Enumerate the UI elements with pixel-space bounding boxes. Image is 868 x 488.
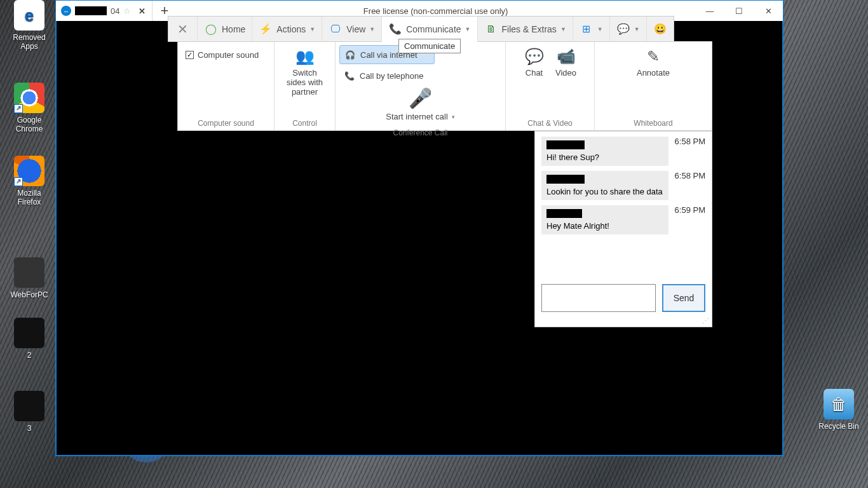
chevron-down-icon: ▼	[560, 26, 566, 32]
button-label: Video	[555, 68, 576, 78]
group-label: Computer sound	[178, 117, 274, 130]
smiley-icon: 😀	[653, 22, 667, 36]
teamviewer-window: ↔ 04 ☆ ✕ + Free license (non-commercial …	[55, 0, 783, 456]
chat-message: Hey Mate Alright! 6:59 PM	[541, 205, 705, 234]
send-button[interactable]: Send	[662, 284, 705, 312]
close-window-button[interactable]: ✕	[754, 1, 783, 21]
chat-input[interactable]	[541, 284, 656, 312]
tab-label: Communicate	[406, 24, 461, 34]
button-label: Switch sides with partner	[282, 68, 327, 97]
message-time: 6:58 PM	[675, 137, 705, 166]
tab-label: Home	[222, 24, 245, 34]
chevron-down-icon: ▼	[634, 26, 640, 32]
group-label: Whiteboard	[595, 117, 712, 130]
speech-bubble-icon: 💬	[616, 22, 630, 36]
button-label: Chat	[526, 68, 543, 78]
tab-close-button[interactable]: ✕	[135, 6, 149, 16]
tab-title-suffix: 04	[111, 6, 119, 16]
tab-view[interactable]: 🖵View▼	[322, 17, 382, 41]
message-time: 6:58 PM	[675, 171, 705, 200]
computer-sound-checkbox[interactable]: ✓Computer sound	[182, 48, 262, 62]
message-time: 6:59 PM	[675, 205, 705, 234]
home-icon: ◯	[204, 22, 218, 36]
sender-redacted	[546, 140, 585, 149]
button-label: Annotate	[637, 68, 670, 78]
button-label: Call by telephone	[360, 71, 423, 81]
resize-handle[interactable]: ⋰	[535, 317, 712, 327]
call-by-telephone-button[interactable]: 📞Call by telephone	[339, 67, 435, 85]
telephone-icon: 📞	[343, 69, 356, 82]
files-icon: 🗎	[484, 22, 498, 36]
sender-redacted	[546, 175, 585, 184]
pencil-icon: ✎	[642, 48, 664, 65]
switch-sides-button[interactable]: 👥Switch sides with partner	[278, 45, 331, 99]
ribbon-communicate: ✓Computer sound Computer sound 👥Switch s…	[177, 41, 712, 131]
chevron-down-icon: ▼	[309, 26, 315, 32]
desktop-icon-firefox[interactable]: Mozilla Firefox	[5, 156, 53, 207]
windows-icon: ⊞	[580, 22, 593, 36]
chevron-down-icon: ▼	[597, 26, 603, 32]
icon-label: WebForPC	[10, 290, 48, 299]
video-icon: 📹	[555, 48, 577, 65]
chat-message: Lookin for you to share the data 6:58 PM	[541, 171, 705, 200]
windows-shortcuts-button[interactable]: ⊞▼	[573, 17, 610, 41]
icon-label: 3	[27, 424, 32, 433]
minimize-button[interactable]: —	[695, 1, 724, 21]
annotate-button[interactable]: ✎Annotate	[633, 45, 674, 80]
icon-label: Mozilla Firefox	[17, 189, 41, 207]
start-internet-call-button[interactable]: Start internet call▾	[383, 111, 458, 123]
chat-button[interactable]: 💬Chat	[520, 45, 549, 80]
microphone-icon: 🎤	[409, 87, 432, 109]
desktop-icon-edge[interactable]: eRemoved Apps	[5, 0, 53, 51]
message-text: Hi! there Sup?	[546, 152, 663, 162]
tooltip-communicate: Communicate	[398, 39, 461, 53]
message-text: Hey Mate Alright!	[546, 221, 663, 231]
message-text: Lookin for you to share the data	[546, 187, 663, 196]
favorite-star-icon[interactable]: ☆	[123, 6, 131, 16]
people-swap-icon: 👥	[294, 48, 316, 65]
tab-label: Files & Extras	[502, 24, 557, 34]
desktop-icon-webforpc[interactable]: WebForPC	[5, 257, 53, 299]
phone-bubble-icon: 📞	[388, 22, 402, 36]
sender-redacted	[546, 209, 582, 218]
button-label: Start internet call	[386, 112, 448, 121]
tab-files-extras[interactable]: 🗎Files & Extras▼	[478, 17, 573, 41]
tab-communicate[interactable]: 📞Communicate▼	[382, 17, 477, 42]
video-button[interactable]: 📹Video	[552, 45, 581, 80]
tab-label: Actions	[276, 24, 306, 34]
group-label: Chat & Video	[506, 117, 594, 130]
maximize-button[interactable]: ☐	[724, 1, 754, 21]
toolbar-tabs: ✕ ◯Home ⚡Actions▼ 🖵View▼ 📞Communicate▼ 🗎…	[168, 16, 674, 42]
chat-panel: Hi! there Sup? 6:58 PM Lookin for you to…	[534, 131, 712, 327]
session-tab[interactable]: ↔ 04 ☆ ✕	[56, 1, 153, 21]
icon-label: Recycle Bin	[818, 422, 858, 431]
group-label: Control	[275, 117, 335, 130]
tab-home[interactable]: ◯Home	[198, 17, 252, 41]
desktop-icon-recycle-bin[interactable]: 🗑Recycle Bin	[815, 389, 863, 431]
tab-label: View	[346, 24, 365, 34]
tab-actions[interactable]: ⚡Actions▼	[252, 17, 322, 41]
headset-icon: 🎧	[344, 48, 356, 61]
toolbar-close-button[interactable]: ✕	[168, 17, 198, 41]
desktop-icon-chrome[interactable]: Google Chrome	[5, 83, 53, 133]
desktop-icon-folder-3[interactable]: 3	[5, 391, 53, 433]
emoji-button[interactable]: 😀	[647, 17, 674, 41]
chevron-down-icon: ▼	[465, 26, 471, 32]
teamviewer-icon: ↔	[61, 6, 71, 16]
group-label: Conference Call	[336, 126, 505, 140]
chat-message: Hi! there Sup? 6:58 PM	[541, 137, 705, 166]
chat-icon: 💬	[524, 48, 545, 65]
monitor-icon: 🖵	[329, 22, 342, 36]
desktop: PC eRemoved Apps Google Chrome Mozilla F…	[0, 0, 868, 488]
chevron-down-icon: ▼	[369, 26, 375, 32]
icon-label: Google Chrome	[16, 116, 43, 133]
window-title: Free license (non-commercial use only)	[176, 6, 695, 16]
lightning-icon: ⚡	[259, 22, 273, 36]
icon-label: 2	[27, 351, 32, 360]
checkbox-label: Computer sound	[198, 50, 259, 60]
feedback-button[interactable]: 💬▼	[610, 17, 647, 41]
icon-label: Removed Apps	[13, 33, 45, 51]
desktop-icon-folder-2[interactable]: 2	[5, 318, 53, 360]
chevron-down-icon: ▾	[452, 114, 455, 120]
tab-title-redacted	[75, 6, 107, 15]
